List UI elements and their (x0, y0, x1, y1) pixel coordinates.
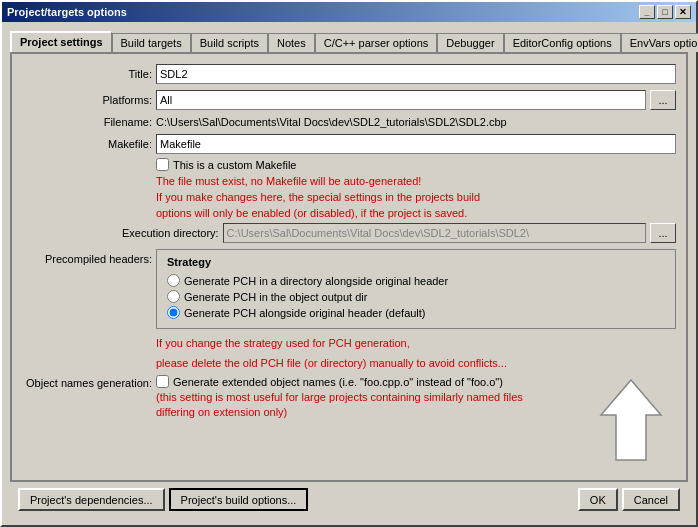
obj-names-checkbox[interactable] (156, 375, 169, 388)
filename-value: C:\Users\Sal\Documents\Vital Docs\dev\SD… (156, 116, 676, 128)
platforms-browse-button[interactable]: ... (650, 90, 676, 110)
radio-pch-dir-label: Generate PCH in a directory alongside or… (184, 275, 448, 287)
platforms-row: Platforms: ... (22, 90, 676, 110)
exec-dir-row: Execution directory: ... (122, 223, 676, 243)
title-bar-buttons: _ □ ✕ (639, 5, 691, 19)
custom-makefile-checkbox[interactable] (156, 158, 169, 171)
platforms-label: Platforms: (22, 94, 152, 106)
precompiled-section: Precompiled headers: Strategy Generate P… (22, 249, 676, 329)
radio-row-1: Generate PCH in a directory alongside or… (167, 274, 665, 287)
filename-row: Filename: C:\Users\Sal\Documents\Vital D… (22, 116, 676, 128)
build-options-button[interactable]: Project's build options... (169, 488, 309, 511)
close-button[interactable]: ✕ (675, 5, 691, 19)
strategy-title: Strategy (167, 256, 665, 268)
right-buttons: OK Cancel (578, 488, 680, 511)
obj-note-1: (this setting is most useful for large p… (156, 391, 676, 403)
tab-envvars[interactable]: EnvVars options (621, 33, 698, 52)
radio-pch-dir[interactable] (167, 274, 180, 287)
cancel-button[interactable]: Cancel (622, 488, 680, 511)
warning-line3: options will only be enabled (or disable… (156, 207, 676, 219)
tab-panel-project-settings: Title: Platforms: ... Filename: C:\Users… (10, 52, 688, 482)
tab-build-scripts[interactable]: Build scripts (191, 33, 268, 52)
pch-note-1: If you change the strategy used for PCH … (156, 337, 676, 349)
bottom-buttons: Project's dependencies... Project's buil… (10, 482, 688, 517)
warning-line2: If you make changes here, the special se… (156, 191, 676, 203)
title-bar: Project/targets options _ □ ✕ (2, 2, 696, 22)
precompiled-label: Precompiled headers: (22, 249, 152, 265)
obj-names-section: Object names generation: Generate extend… (22, 375, 676, 418)
exec-dir-label: Execution directory: (122, 227, 219, 239)
ok-button[interactable]: OK (578, 488, 618, 511)
left-buttons: Project's dependencies... Project's buil… (18, 488, 308, 511)
window-title: Project/targets options (7, 6, 127, 18)
tab-project-settings[interactable]: Project settings (10, 31, 112, 52)
obj-note-2: differing on extension only) (156, 406, 676, 418)
radio-pch-obj[interactable] (167, 290, 180, 303)
exec-dir-input[interactable] (223, 223, 646, 243)
makefile-row: Makefile: (22, 134, 676, 154)
tab-notes[interactable]: Notes (268, 33, 315, 52)
pch-note-2: please delete the old PCH file (or direc… (156, 357, 676, 369)
exec-dir-browse-button[interactable]: ... (650, 223, 676, 243)
makefile-label: Makefile: (22, 138, 152, 150)
custom-makefile-row: This is a custom Makefile (156, 158, 676, 171)
title-row: Title: (22, 64, 676, 84)
radio-pch-default-label: Generate PCH alongside original header (… (184, 307, 426, 319)
content-area: Project settings Build targets Build scr… (2, 22, 696, 525)
tab-cpp-parser[interactable]: C/C++ parser options (315, 33, 438, 52)
platforms-input[interactable] (156, 90, 646, 110)
dependencies-button[interactable]: Project's dependencies... (18, 488, 165, 511)
main-window: Project/targets options _ □ ✕ Project se… (0, 0, 698, 527)
tab-debugger[interactable]: Debugger (437, 33, 503, 52)
tab-editorconfig[interactable]: EditorConfig options (504, 33, 621, 52)
radio-row-3: Generate PCH alongside original header (… (167, 306, 665, 319)
tabs-container: Project settings Build targets Build scr… (10, 30, 688, 52)
obj-checkbox-row: Generate extended object names (i.e. "fo… (156, 375, 676, 388)
warning-line1: The file must exist, no Makefile will be… (156, 175, 676, 187)
strategy-group: Strategy Generate PCH in a directory alo… (156, 249, 676, 329)
title-input[interactable] (156, 64, 676, 84)
makefile-input[interactable] (156, 134, 676, 154)
obj-names-content: Generate extended object names (i.e. "fo… (156, 375, 676, 418)
tab-build-targets[interactable]: Build targets (112, 33, 191, 52)
makefile-section: Makefile: This is a custom Makefile The … (22, 134, 676, 243)
filename-label: Filename: (22, 116, 152, 128)
obj-names-label: Object names generation: (22, 375, 152, 389)
radio-pch-default[interactable] (167, 306, 180, 319)
minimize-button[interactable]: _ (639, 5, 655, 19)
radio-pch-obj-label: Generate PCH in the object output dir (184, 291, 367, 303)
maximize-button[interactable]: □ (657, 5, 673, 19)
obj-names-checkbox-label: Generate extended object names (i.e. "fo… (173, 376, 503, 388)
radio-row-2: Generate PCH in the object output dir (167, 290, 665, 303)
title-label: Title: (22, 68, 152, 80)
custom-makefile-label: This is a custom Makefile (173, 159, 296, 171)
